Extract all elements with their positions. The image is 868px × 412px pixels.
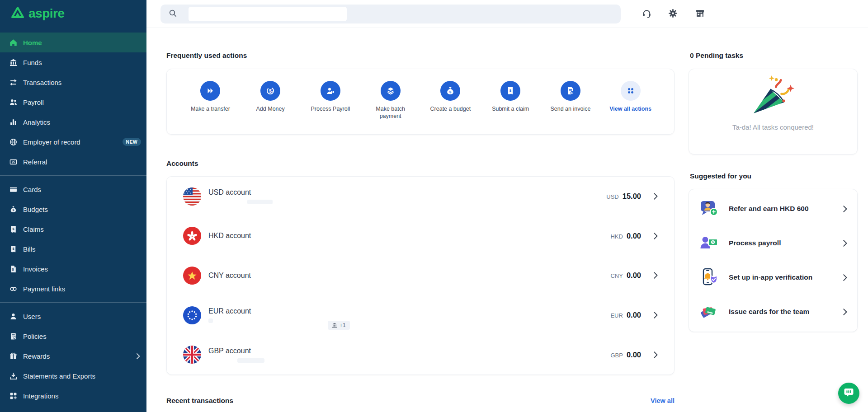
- aspire-logo[interactable]: aspire: [11, 6, 65, 21]
- suggestion-issue-cards[interactable]: Issue cards for the team: [689, 295, 857, 329]
- invoice-send-icon: [561, 81, 580, 101]
- settings-button[interactable]: [665, 6, 681, 22]
- action-make-a-transfer[interactable]: Make a transfer: [180, 81, 241, 112]
- account-balance: 0.00: [627, 311, 641, 319]
- sidebar-divider: [0, 302, 146, 303]
- search-bar[interactable]: [160, 5, 621, 23]
- account-balance: 0.00: [627, 351, 641, 359]
- storefront-icon: [695, 9, 705, 19]
- account-row-gbp[interactable]: GBP account GBP0.00: [183, 335, 658, 375]
- policy-check-icon: [9, 332, 17, 340]
- sidebar-item-label: Statements and Exports: [23, 372, 95, 380]
- currency-code: GBP: [610, 352, 623, 359]
- action-add-money[interactable]: $ Add Money: [241, 81, 301, 112]
- svg-text:$: $: [509, 89, 512, 93]
- suggestion-refer-and-earn[interactable]: Refer and earn HKD 600: [689, 192, 857, 226]
- sidebar-item-label: Employer of record: [23, 138, 80, 146]
- download-icon: [9, 372, 17, 380]
- action-label: Make a transfer: [191, 105, 230, 112]
- recent-transactions-header: Recent transactions View all: [166, 397, 675, 405]
- account-row-hkd[interactable]: HKD account HKD0.00: [183, 216, 658, 256]
- action-label: Make batch payment: [369, 105, 412, 120]
- sidebar-item-home[interactable]: Home: [0, 33, 146, 52]
- suggestion-setup-in-app-verification[interactable]: Set up in-app verification: [689, 261, 857, 295]
- action-create-a-budget[interactable]: $ Create a budget: [420, 81, 481, 112]
- redacted-search-text: [189, 7, 347, 21]
- currency-code: HKD: [610, 233, 623, 240]
- chat-launcher-button[interactable]: [838, 383, 859, 404]
- party-popper-icon: [750, 75, 797, 119]
- sidebar-item-bills[interactable]: $ Bills: [0, 239, 146, 259]
- app-window: aspire Home Funds Transactions Payroll: [0, 0, 868, 412]
- sidebar-item-transactions[interactable]: Transactions: [0, 72, 146, 92]
- cards-illustration-icon: [699, 301, 720, 322]
- sidebar-item-payment-links[interactable]: Payment links: [0, 279, 146, 299]
- recent-transactions-title: Recent transactions: [166, 397, 233, 405]
- sidebar-item-cards[interactable]: Cards: [0, 179, 146, 199]
- layers-icon: [381, 81, 401, 101]
- action-send-an-invoice[interactable]: Send an invoice: [541, 81, 601, 112]
- integrations-icon: [9, 392, 17, 400]
- action-process-payroll[interactable]: $ Process Payroll: [301, 81, 361, 112]
- action-submit-a-claim[interactable]: $ Submit a claim: [481, 81, 541, 112]
- linked-bank-badge: +1: [328, 321, 350, 330]
- sidebar-item-statements-and-exports[interactable]: Statements and Exports: [0, 366, 146, 386]
- sidebar-item-analytics[interactable]: Analytics: [0, 112, 146, 132]
- pending-tasks-message: Ta-da! All tasks conquered!: [732, 123, 814, 131]
- sidebar-item-label: Invoices: [23, 265, 48, 273]
- account-row-usd[interactable]: USD account USD15.00: [183, 177, 658, 216]
- sidebar-item-payroll[interactable]: Payroll: [0, 92, 146, 112]
- double-chevron-icon: [200, 81, 220, 101]
- suggestion-label: Process payroll: [729, 239, 781, 248]
- sidebar-item-rewards[interactable]: Rewards: [0, 346, 146, 366]
- bank-icon: [9, 58, 17, 66]
- us-flag-icon: [183, 187, 201, 206]
- sidebar-item-label: Home: [23, 39, 42, 47]
- sidebar-item-integrations[interactable]: Integrations: [0, 386, 146, 406]
- eu-flag-icon: [183, 306, 201, 324]
- accounts-card: USD account USD15.00 HKD account HKD0.00…: [166, 176, 675, 375]
- marketplace-button[interactable]: [692, 6, 708, 22]
- search-icon: [169, 9, 177, 19]
- sidebar-item-claims[interactable]: $ Claims: [0, 219, 146, 239]
- currency-code: CNY: [610, 272, 623, 279]
- sidebar-item-users[interactable]: Users: [0, 306, 146, 326]
- account-balance: 0.00: [627, 232, 641, 240]
- action-view-all-actions[interactable]: View all actions: [600, 81, 660, 112]
- sidebar-item-label: Payment links: [23, 285, 65, 293]
- money-bag-icon: $: [440, 81, 460, 101]
- payroll-person-icon: $: [321, 81, 340, 101]
- sidebar-item-label: Policies: [23, 332, 47, 340]
- svg-text:$: $: [12, 208, 14, 212]
- account-balance: 15.00: [623, 192, 641, 201]
- sidebar-item-label: Bills: [23, 245, 36, 253]
- redacted-account-number: [247, 200, 273, 204]
- svg-text:$: $: [269, 89, 272, 94]
- sidebar-nav: Home Funds Transactions Payroll Analytic…: [0, 33, 146, 406]
- support-headset-button[interactable]: [638, 6, 655, 22]
- chevron-right-icon: [654, 193, 658, 200]
- sidebar-item-budgets[interactable]: $ Budgets: [0, 199, 146, 219]
- grid-dots-icon: [621, 81, 641, 101]
- frequently-used-actions-card: Make a transfer $ Add Money $ Process Pa…: [166, 69, 675, 135]
- sidebar-item-label: Rewards: [23, 352, 50, 360]
- action-make-batch-payment[interactable]: Make batch payment: [360, 81, 420, 120]
- bar-chart-icon: [9, 118, 17, 126]
- sidebar-item-invoices[interactable]: $ Invoices: [0, 259, 146, 279]
- view-all-link[interactable]: View all: [651, 397, 675, 404]
- sidebar-item-funds[interactable]: Funds: [0, 52, 146, 72]
- sidebar-item-referral[interactable]: Referral: [0, 152, 146, 172]
- sidebar-item-policies[interactable]: Policies: [0, 326, 146, 346]
- accounts-title: Accounts: [166, 159, 198, 168]
- currency-code: EUR: [610, 312, 623, 319]
- people-icon: [9, 98, 17, 106]
- account-row-cny[interactable]: CNY account CNY0.00: [183, 256, 658, 295]
- account-row-eur[interactable]: EUR account +1 EUR0.00: [183, 295, 658, 335]
- chevron-right-icon: [843, 206, 847, 212]
- sidebar-divider: [0, 175, 146, 176]
- credit-card-icon: [9, 185, 17, 193]
- suggestion-process-payroll[interactable]: $ Process payroll: [689, 226, 857, 261]
- action-label: Add Money: [256, 105, 285, 112]
- action-label: Process Payroll: [311, 105, 350, 112]
- sidebar-item-employer-of-record[interactable]: Employer of record NEW: [0, 132, 146, 152]
